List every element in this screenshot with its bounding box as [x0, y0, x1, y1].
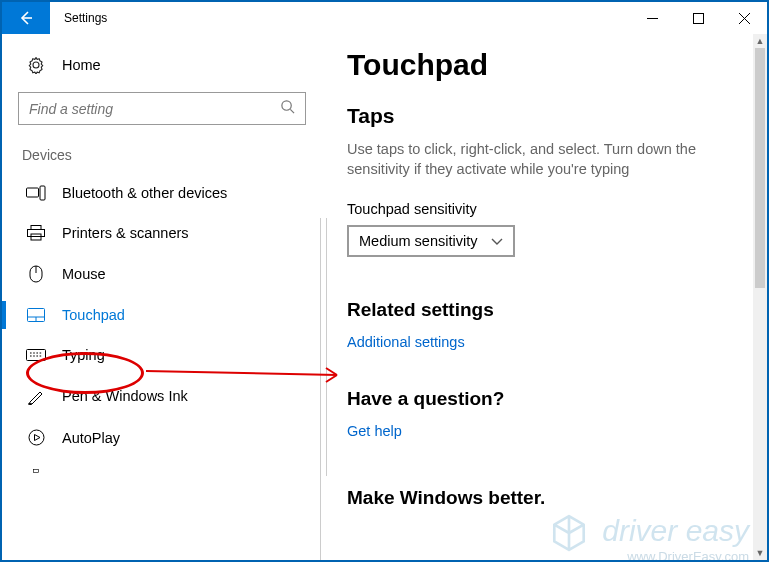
svg-rect-7: [27, 188, 39, 197]
sidebar-item-usb[interactable]: USB: [2, 456, 322, 479]
sidebar-item-bluetooth[interactable]: Bluetooth & other devices: [2, 173, 322, 213]
maximize-button[interactable]: [675, 2, 721, 34]
question-heading: Have a question?: [347, 388, 747, 410]
svg-rect-10: [28, 230, 45, 237]
sidebar-home[interactable]: Home: [2, 46, 322, 84]
scroll-thumb[interactable]: [755, 48, 765, 288]
panel-divider: [326, 218, 327, 476]
gear-icon: [24, 56, 48, 74]
content-area: Home Devices Bluetooth & other devices P…: [2, 34, 767, 560]
home-label: Home: [62, 57, 101, 73]
touchpad-icon: [24, 308, 48, 322]
nav-label: Pen & Windows Ink: [62, 388, 188, 404]
svg-point-5: [282, 101, 291, 110]
sensitivity-select[interactable]: Medium sensitivity: [347, 225, 515, 257]
sidebar-item-touchpad[interactable]: Touchpad: [2, 295, 322, 335]
get-help-link[interactable]: Get help: [347, 423, 402, 439]
main-panel: Touchpad Taps Use taps to click, right-c…: [320, 218, 767, 560]
printer-icon: [24, 225, 48, 241]
svg-rect-2: [693, 13, 703, 23]
sidebar-item-pen[interactable]: Pen & Windows Ink: [2, 375, 322, 417]
sidebar-item-printers[interactable]: Printers & scanners: [2, 213, 322, 253]
section-taps-heading: Taps: [347, 104, 747, 128]
titlebar: Settings: [2, 2, 767, 34]
sidebar-item-autoplay[interactable]: AutoPlay: [2, 417, 322, 458]
window-controls: [629, 2, 767, 34]
sidebar-item-typing[interactable]: Typing: [2, 335, 322, 375]
sidebar-item-mouse[interactable]: Mouse: [2, 253, 322, 295]
sidebar: Home Devices Bluetooth & other devices P…: [2, 34, 322, 560]
svg-point-20: [29, 430, 44, 445]
search-wrap: [18, 92, 306, 125]
related-heading: Related settings: [347, 299, 747, 321]
better-heading: Make Windows better.: [347, 487, 747, 509]
mouse-icon: [24, 265, 48, 283]
keyboard-icon: [24, 349, 48, 361]
taps-description: Use taps to click, right-click, and sele…: [347, 140, 747, 179]
usb-icon: [24, 469, 48, 479]
nav-label: Bluetooth & other devices: [62, 185, 227, 201]
pen-icon: [24, 387, 48, 405]
nav-label: Typing: [62, 347, 105, 363]
search-input[interactable]: [29, 101, 280, 117]
devices-icon: [24, 185, 48, 201]
svg-rect-21: [34, 469, 39, 472]
nav-label: AutoPlay: [62, 430, 120, 446]
svg-line-6: [290, 109, 294, 113]
chevron-down-icon: [491, 233, 503, 249]
scroll-down-arrow-icon[interactable]: ▼: [753, 546, 767, 560]
svg-rect-9: [31, 226, 41, 230]
nav-label: Printers & scanners: [62, 225, 189, 241]
additional-settings-link[interactable]: Additional settings: [347, 334, 465, 350]
vertical-scrollbar[interactable]: ▲ ▼: [753, 34, 767, 560]
autoplay-icon: [24, 429, 48, 446]
svg-rect-8: [40, 186, 45, 200]
scroll-up-arrow-icon[interactable]: ▲: [753, 34, 767, 48]
page-title: Touchpad: [347, 48, 747, 82]
search-box[interactable]: [18, 92, 306, 125]
nav-label: Touchpad: [62, 307, 125, 323]
sensitivity-label: Touchpad sensitivity: [347, 201, 747, 217]
minimize-button[interactable]: [629, 2, 675, 34]
search-icon: [280, 99, 295, 118]
window-title: Settings: [64, 11, 107, 25]
svg-rect-17: [27, 350, 46, 361]
back-button[interactable]: [2, 2, 50, 34]
close-button[interactable]: [721, 2, 767, 34]
group-label-devices: Devices: [2, 147, 322, 173]
arrow-left-icon: [17, 9, 35, 27]
sensitivity-value: Medium sensitivity: [359, 233, 477, 249]
nav-label: Mouse: [62, 266, 106, 282]
